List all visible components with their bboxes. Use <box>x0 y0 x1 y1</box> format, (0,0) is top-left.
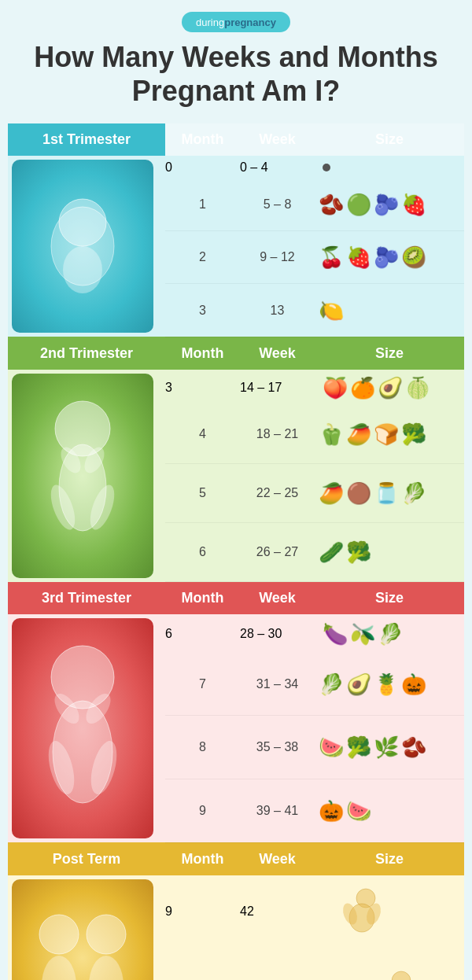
size-2-2: 🥭 🟤 🫙 🥬 <box>315 464 464 523</box>
fruit-icon: 🫙 <box>374 483 399 503</box>
trimester-2-header-row: 2nd Trimester Month Week Size <box>8 337 464 370</box>
week-2-2: 22 – 25 <box>240 464 315 523</box>
size-1-3: 🍋 <box>315 284 464 337</box>
svg-point-16 <box>42 956 76 980</box>
week-1-3: 13 <box>240 284 315 337</box>
fruit-icon: 🍊 <box>350 378 375 398</box>
col-month-2: Month <box>165 337 240 370</box>
week-3-2: 35 – 38 <box>240 716 315 779</box>
trimester-3-header-row: 3rd Trimester Month Week Size <box>8 582 464 615</box>
col-size-4: Size <box>315 842 464 875</box>
fruit-icon: 🥬 <box>378 624 403 644</box>
fruit-icon: 🍉 <box>319 737 344 757</box>
fruit-icon: 🥑 <box>378 378 403 398</box>
month-2-1: 4 <box>165 405 240 463</box>
fruit-icon: 🍉 <box>346 801 371 821</box>
month-2-0: 3 <box>165 370 240 405</box>
month-3-0: 6 <box>165 614 240 653</box>
month-1-1: 1 <box>165 179 240 231</box>
page-wrapper: duringpregnancy How Many Weeks and Month… <box>0 0 472 980</box>
baby-silhouette-svg-2 <box>358 969 421 980</box>
fruit-icon: 🍍 <box>374 674 399 694</box>
col-size-2: Size <box>315 337 464 370</box>
fruit-icon: 🟢 <box>346 194 371 215</box>
col-month-3: Month <box>165 582 240 615</box>
trimester-3-label: 3rd Trimester <box>8 582 165 615</box>
fruit-icon: 🫑 <box>319 424 344 444</box>
header: duringpregnancy How Many Weeks and Month… <box>0 0 472 123</box>
brand-badge: duringpregnancy <box>182 12 290 32</box>
trimester-1-label: 1st Trimester <box>8 123 165 156</box>
fruit-icon: 🍓 <box>401 194 426 215</box>
fruit-icon: 🫘 <box>319 194 344 215</box>
size-2-1: 🫑 🥭 🍞 🥦 <box>315 405 464 463</box>
size-1-2: 🍒 🍓 🫐 🥝 <box>315 230 464 284</box>
fetus-svg-1 <box>28 168 138 325</box>
fruit-icon: 🥦 <box>346 542 371 562</box>
fetus-row-2: 3 14 – 17 🍑 🍊 🥑 🍈 <box>8 370 464 405</box>
size-2-0: 🍑 🍊 🥑 🍈 <box>315 370 464 405</box>
brand-pregnancy: pregnancy <box>224 17 276 28</box>
fruit-icon: 🎃 <box>401 674 426 694</box>
col-week-2: Week <box>240 337 315 370</box>
col-month-4: Month <box>165 842 240 875</box>
fetus-row-1: 0 0 – 4 <box>8 156 464 178</box>
fruit-icon: 🥭 <box>346 424 371 444</box>
fetus-svg-4 <box>24 891 142 980</box>
size-3-3: 🎃 🍉 <box>315 779 464 843</box>
col-week-4: Week <box>240 842 315 875</box>
fetus-image-2 <box>8 370 165 582</box>
fruit-icon: 🥭 <box>319 483 344 503</box>
fetus-image-1 <box>8 156 165 337</box>
col-week-1: Week <box>240 123 315 156</box>
size-3-0: 🍆 🫒 🥬 <box>315 614 464 653</box>
week-1-2: 9 – 12 <box>240 230 315 284</box>
fetus-row-3: 6 28 – 30 🍆 🫒 🥬 <box>8 614 464 653</box>
fruit-icon: 🍈 <box>405 378 430 398</box>
fruit-icon: 🥬 <box>401 483 426 503</box>
svg-point-1 <box>59 199 106 246</box>
fetus-row-4: 9 42 <box>8 875 464 949</box>
week-2-3: 26 – 27 <box>240 523 315 582</box>
fruit-icon: 🍓 <box>346 247 371 267</box>
month-1-2: 2 <box>165 230 240 284</box>
svg-point-17 <box>87 915 126 954</box>
month-4-1: 10 <box>165 949 240 980</box>
month-2-2: 5 <box>165 464 240 523</box>
fruit-icon: 🫒 <box>350 624 375 644</box>
post-term-label: Post Term <box>8 842 165 875</box>
month-3-2: 8 <box>165 716 240 779</box>
size-3-2: 🍉 🥦 🌿 🫘 <box>315 716 464 779</box>
size-4-0 <box>315 875 464 949</box>
fetus-image-3 <box>8 614 165 842</box>
dot-icon <box>323 164 330 171</box>
month-1-0: 0 <box>165 156 240 178</box>
col-size-3: Size <box>315 582 464 615</box>
fetus-image-4 <box>8 875 165 980</box>
week-1-1: 5 – 8 <box>240 179 315 231</box>
fruit-icon: 🥝 <box>401 247 426 267</box>
trimester-1-header-row: 1st Trimester Month Week Size <box>8 123 464 156</box>
svg-point-18 <box>89 956 124 980</box>
trimester-2-label: 2nd Trimester <box>8 337 165 370</box>
week-4-1: 43 <box>240 949 315 980</box>
fruit-icon: 🥒 <box>319 542 344 562</box>
week-1-0: 0 – 4 <box>240 156 315 178</box>
size-1-0 <box>315 156 464 178</box>
col-size-1: Size <box>315 123 464 156</box>
week-3-3: 39 – 41 <box>240 779 315 843</box>
week-3-0: 28 – 30 <box>240 614 315 653</box>
col-month-1: Month <box>165 123 240 156</box>
fruit-icon: 🌿 <box>374 737 399 757</box>
month-4-0: 9 <box>165 875 240 949</box>
svg-point-2 <box>63 246 102 293</box>
fruit-icon: 🍑 <box>323 378 348 398</box>
col-week-3: Week <box>240 582 315 615</box>
week-3-1: 31 – 34 <box>240 653 315 716</box>
size-3-1: 🥬 🥑 🍍 🎃 <box>315 653 464 716</box>
fruit-icon: 🫐 <box>374 194 399 215</box>
month-1-3: 3 <box>165 284 240 337</box>
fetus-svg-3 <box>24 630 142 827</box>
week-2-0: 14 – 17 <box>240 370 315 405</box>
week-4-0: 42 <box>240 875 315 949</box>
